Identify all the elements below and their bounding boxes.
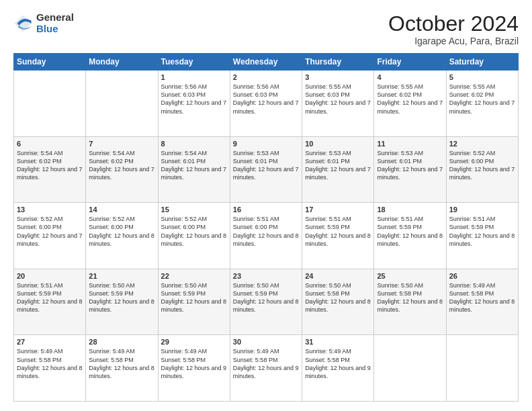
cell-info: Sunrise: 5:54 AMSunset: 6:02 PMDaylight:…: [17, 150, 83, 181]
table-cell: 29 Sunrise: 5:49 AMSunset: 5:58 PMDaylig…: [158, 335, 230, 402]
day-number: 16: [233, 205, 299, 214]
table-cell: 24 Sunrise: 5:50 AMSunset: 5:58 PMDaylig…: [302, 269, 374, 335]
day-number: 25: [377, 272, 443, 280]
day-number: 22: [161, 272, 227, 280]
cell-info: Sunrise: 5:51 AMSunset: 5:59 PMDaylight:…: [377, 216, 443, 246]
table-cell: 28 Sunrise: 5:49 AMSunset: 5:58 PMDaylig…: [86, 335, 158, 402]
day-number: 31: [305, 338, 371, 346]
table-cell: [86, 71, 158, 137]
day-number: 30: [233, 338, 299, 346]
header: General Blue October 2024 Igarape Acu, P…: [13, 12, 519, 46]
cell-info: Sunrise: 5:56 AMSunset: 6:03 PMDaylight:…: [233, 83, 299, 114]
day-number: 4: [377, 73, 443, 81]
day-number: 8: [161, 140, 227, 148]
cell-info: Sunrise: 5:49 AMSunset: 5:58 PMDaylight:…: [305, 348, 371, 379]
col-tuesday: Tuesday: [158, 54, 230, 71]
table-cell: 8 Sunrise: 5:54 AMSunset: 6:01 PMDayligh…: [158, 136, 230, 203]
table-cell: 18 Sunrise: 5:51 AMSunset: 5:59 PMDaylig…: [374, 203, 446, 269]
cell-info: Sunrise: 5:52 AMSunset: 6:00 PMDaylight:…: [89, 216, 154, 246]
day-number: 15: [161, 205, 227, 214]
table-cell: 30 Sunrise: 5:49 AMSunset: 5:58 PMDaylig…: [230, 335, 302, 402]
cell-info: Sunrise: 5:52 AMSunset: 6:00 PMDaylight:…: [449, 150, 515, 181]
cell-info: Sunrise: 5:52 AMSunset: 6:00 PMDaylight:…: [17, 216, 83, 246]
table-cell: 19 Sunrise: 5:51 AMSunset: 5:59 PMDaylig…: [446, 203, 518, 269]
table-cell: [446, 335, 518, 402]
day-number: 6: [17, 140, 83, 148]
table-cell: 9 Sunrise: 5:53 AMSunset: 6:01 PMDayligh…: [230, 136, 302, 203]
calendar-week-1: 1 Sunrise: 5:56 AMSunset: 6:03 PMDayligh…: [14, 71, 519, 137]
table-cell: 26 Sunrise: 5:49 AMSunset: 5:58 PMDaylig…: [446, 269, 518, 335]
calendar-week-4: 20 Sunrise: 5:51 AMSunset: 5:59 PMDaylig…: [14, 269, 519, 335]
table-cell: [374, 335, 446, 402]
table-cell: 2 Sunrise: 5:56 AMSunset: 6:03 PMDayligh…: [230, 71, 302, 137]
logo-general-text: General: [36, 12, 74, 24]
cell-info: Sunrise: 5:51 AMSunset: 5:59 PMDaylight:…: [17, 282, 83, 313]
cell-info: Sunrise: 5:56 AMSunset: 6:03 PMDaylight:…: [161, 83, 227, 114]
calendar-week-3: 13 Sunrise: 5:52 AMSunset: 6:00 PMDaylig…: [14, 203, 519, 269]
col-wednesday: Wednesday: [230, 54, 302, 71]
cell-info: Sunrise: 5:49 AMSunset: 5:58 PMDaylight:…: [233, 348, 299, 379]
table-cell: [14, 71, 86, 137]
table-cell: 3 Sunrise: 5:55 AMSunset: 6:03 PMDayligh…: [302, 71, 374, 137]
table-cell: 10 Sunrise: 5:53 AMSunset: 6:01 PMDaylig…: [302, 136, 374, 203]
table-cell: 4 Sunrise: 5:55 AMSunset: 6:02 PMDayligh…: [374, 71, 446, 137]
day-number: 20: [17, 272, 83, 280]
table-cell: 14 Sunrise: 5:52 AMSunset: 6:00 PMDaylig…: [86, 203, 158, 269]
cell-info: Sunrise: 5:54 AMSunset: 6:01 PMDaylight:…: [161, 150, 227, 181]
col-monday: Monday: [86, 54, 158, 71]
cell-info: Sunrise: 5:51 AMSunset: 6:00 PMDaylight:…: [233, 216, 299, 246]
day-number: 9: [233, 140, 299, 148]
day-number: 3: [305, 73, 371, 81]
logo-blue-text: Blue: [36, 24, 74, 35]
day-number: 19: [449, 205, 515, 214]
day-number: 21: [89, 272, 154, 280]
col-thursday: Thursday: [302, 54, 374, 71]
cell-info: Sunrise: 5:50 AMSunset: 5:59 PMDaylight:…: [161, 282, 227, 313]
cell-info: Sunrise: 5:50 AMSunset: 5:59 PMDaylight:…: [89, 282, 154, 313]
cell-info: Sunrise: 5:51 AMSunset: 5:59 PMDaylight:…: [305, 216, 371, 246]
day-number: 17: [305, 205, 371, 214]
table-cell: 15 Sunrise: 5:52 AMSunset: 6:00 PMDaylig…: [158, 203, 230, 269]
day-number: 10: [305, 140, 371, 148]
calendar-week-2: 6 Sunrise: 5:54 AMSunset: 6:02 PMDayligh…: [14, 136, 519, 203]
logo-text: General Blue: [36, 12, 74, 34]
logo-icon: [13, 14, 32, 33]
day-number: 1: [161, 73, 227, 81]
logo: General Blue: [13, 12, 74, 34]
day-number: 11: [377, 140, 443, 148]
day-number: 29: [161, 338, 227, 346]
month-title: October 2024: [388, 12, 519, 36]
table-cell: 25 Sunrise: 5:50 AMSunset: 5:58 PMDaylig…: [374, 269, 446, 335]
table-cell: 22 Sunrise: 5:50 AMSunset: 5:59 PMDaylig…: [158, 269, 230, 335]
cell-info: Sunrise: 5:55 AMSunset: 6:02 PMDaylight:…: [377, 83, 443, 114]
cell-info: Sunrise: 5:51 AMSunset: 5:59 PMDaylight:…: [449, 216, 515, 246]
cell-info: Sunrise: 5:55 AMSunset: 6:03 PMDaylight:…: [305, 83, 371, 114]
cell-info: Sunrise: 5:49 AMSunset: 5:58 PMDaylight:…: [449, 282, 515, 313]
table-cell: 11 Sunrise: 5:53 AMSunset: 6:01 PMDaylig…: [374, 136, 446, 203]
table-cell: 1 Sunrise: 5:56 AMSunset: 6:03 PMDayligh…: [158, 71, 230, 137]
col-friday: Friday: [374, 54, 446, 71]
table-cell: 7 Sunrise: 5:54 AMSunset: 6:02 PMDayligh…: [86, 136, 158, 203]
cell-info: Sunrise: 5:50 AMSunset: 5:59 PMDaylight:…: [233, 282, 299, 313]
table-cell: 23 Sunrise: 5:50 AMSunset: 5:59 PMDaylig…: [230, 269, 302, 335]
table-cell: 12 Sunrise: 5:52 AMSunset: 6:00 PMDaylig…: [446, 136, 518, 203]
title-block: October 2024 Igarape Acu, Para, Brazil: [388, 12, 519, 46]
day-number: 12: [449, 140, 515, 148]
table-cell: 31 Sunrise: 5:49 AMSunset: 5:58 PMDaylig…: [302, 335, 374, 402]
day-number: 24: [305, 272, 371, 280]
col-saturday: Saturday: [446, 54, 518, 71]
page: General Blue October 2024 Igarape Acu, P…: [0, 0, 532, 411]
cell-info: Sunrise: 5:53 AMSunset: 6:01 PMDaylight:…: [377, 150, 443, 181]
calendar-header-row: Sunday Monday Tuesday Wednesday Thursday…: [14, 54, 519, 71]
cell-info: Sunrise: 5:53 AMSunset: 6:01 PMDaylight:…: [305, 150, 371, 181]
table-cell: 13 Sunrise: 5:52 AMSunset: 6:00 PMDaylig…: [14, 203, 86, 269]
day-number: 2: [233, 73, 299, 81]
cell-info: Sunrise: 5:53 AMSunset: 6:01 PMDaylight:…: [233, 150, 299, 181]
cell-info: Sunrise: 5:54 AMSunset: 6:02 PMDaylight:…: [89, 150, 154, 181]
cell-info: Sunrise: 5:50 AMSunset: 5:58 PMDaylight:…: [377, 282, 443, 313]
cell-info: Sunrise: 5:50 AMSunset: 5:58 PMDaylight:…: [305, 282, 371, 313]
svg-marker-0: [14, 15, 31, 32]
table-cell: 21 Sunrise: 5:50 AMSunset: 5:59 PMDaylig…: [86, 269, 158, 335]
table-cell: 17 Sunrise: 5:51 AMSunset: 5:59 PMDaylig…: [302, 203, 374, 269]
day-number: 18: [377, 205, 443, 214]
